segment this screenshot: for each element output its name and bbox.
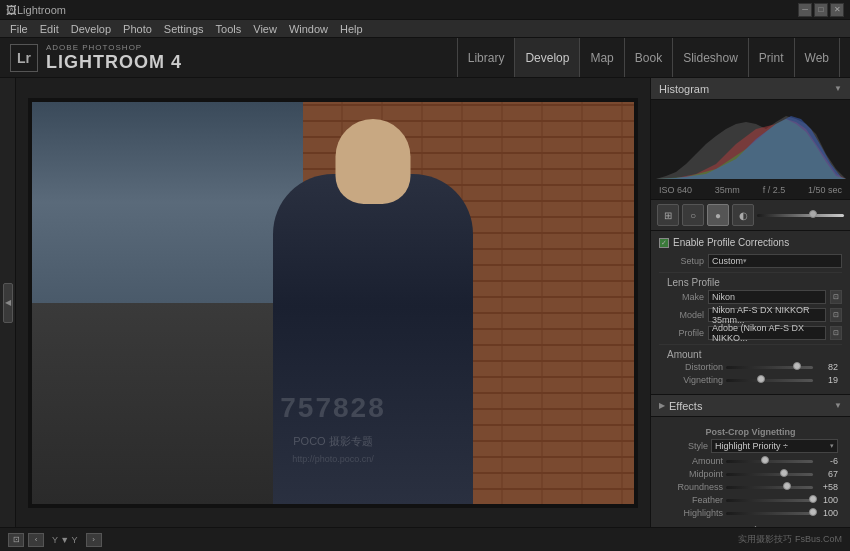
make-label: Make	[659, 292, 704, 302]
enable-profile-checkbox[interactable]: ✓	[659, 238, 669, 248]
amount-slider-row: Amount -6	[659, 456, 842, 466]
bottom-bar: ⊡ ‹ Y ▼ Y › 实用摄影技巧 FsBus.CoM	[0, 527, 850, 551]
menu-settings[interactable]: Settings	[158, 20, 210, 37]
effects-content: Post-Crop Vignetting Style Highlight Pri…	[651, 417, 850, 527]
tab-print[interactable]: Print	[749, 38, 795, 77]
amount-slider[interactable]	[726, 460, 813, 463]
left-panel-toggle[interactable]: ◀	[3, 283, 13, 323]
photo-frame: 757828 POCO 摄影专题 http://photo.poco.cn/	[28, 98, 638, 508]
tool-row: ⊞ ○ ● ◐	[651, 200, 850, 231]
effects-label: Effects	[669, 400, 702, 412]
model-value[interactable]: Nikon AF-S DX NIKKOR 35mm...	[708, 308, 826, 322]
minimize-button[interactable]: ─	[798, 3, 812, 17]
make-value[interactable]: Nikon	[708, 290, 826, 304]
watermark-url: http://photo.poco.cn/	[292, 454, 374, 464]
histogram-canvas	[656, 104, 846, 179]
highlights-label: Highlights	[663, 508, 723, 518]
roundness-value: +58	[816, 482, 838, 492]
lens-correction-content: ✓ Enable Profile Corrections Setup Custo…	[651, 231, 850, 394]
midpoint-label: Midpoint	[663, 469, 723, 479]
menu-window[interactable]: Window	[283, 20, 334, 37]
distortion-slider[interactable]	[726, 366, 813, 369]
highlights-slider-row: Highlights 100	[659, 508, 842, 518]
highlights-slider[interactable]	[726, 512, 813, 515]
style-dropdown[interactable]: Highlight Priority ÷ ▾	[711, 439, 838, 453]
vignetting-slider[interactable]	[726, 379, 813, 382]
setup-value[interactable]: Custom ▾	[708, 254, 842, 268]
menu-tools[interactable]: Tools	[210, 20, 248, 37]
menu-develop[interactable]: Develop	[65, 20, 117, 37]
frame-icon[interactable]: ⊡	[8, 533, 24, 547]
amount-label: Amount	[663, 456, 723, 466]
setup-dropdown-icon: ▾	[743, 257, 747, 265]
tab-library[interactable]: Library	[457, 38, 516, 77]
effects-section: ▶ Effects ▼ Post-Crop Vignetting Style H…	[651, 395, 850, 527]
make-row: Make Nikon ⊡	[659, 290, 842, 304]
close-button[interactable]: ✕	[830, 3, 844, 17]
tool-slider[interactable]	[757, 214, 844, 217]
tool-redeye[interactable]: ●	[707, 204, 729, 226]
bottom-right: 实用摄影技巧 FsBus.CoM	[738, 533, 842, 546]
titlebar-title: Lightroom	[17, 4, 66, 16]
midpoint-slider[interactable]	[726, 473, 813, 476]
profile-value[interactable]: Adobe (Nikon AF-S DX NIKKO...	[708, 326, 826, 340]
distortion-label: Distortion	[663, 362, 723, 372]
shutter-value: 1/50 sec	[808, 185, 842, 195]
tool-crop[interactable]: ⊞	[657, 204, 679, 226]
model-row: Model Nikon AF-S DX NIKKOR 35mm... ⊡	[659, 308, 842, 322]
photo-area: 757828 POCO 摄影专题 http://photo.poco.cn/	[16, 78, 650, 527]
tab-slideshow[interactable]: Slideshow	[673, 38, 749, 77]
effects-header[interactable]: ▶ Effects ▼	[651, 395, 850, 417]
histogram-arrow-icon: ▼	[834, 84, 842, 93]
tool-brush[interactable]: ◐	[732, 204, 754, 226]
histogram-header[interactable]: Histogram ▼	[651, 78, 850, 100]
profile-row: Profile Adobe (Nikon AF-S DX NIKKO... ⊡	[659, 326, 842, 340]
vignetting-thumb	[757, 375, 765, 383]
roundness-slider-row: Roundness +58	[659, 482, 842, 492]
amount-thumb	[761, 456, 769, 464]
titlebar-controls: ─ □ ✕	[798, 3, 844, 17]
app-title: ADOBE PHOTOSHOP LIGHTROOM 4	[46, 43, 182, 73]
enable-profile-label: Enable Profile Corrections	[673, 237, 789, 248]
profile-reset-button[interactable]: ⊡	[830, 326, 842, 340]
tool-spot[interactable]: ○	[682, 204, 704, 226]
titlebar-icon: 🖼	[6, 4, 17, 16]
style-row: Style Highlight Priority ÷ ▾	[659, 439, 842, 456]
amount-subheader: Amount	[659, 344, 842, 362]
next-photo-button[interactable]: ›	[86, 533, 102, 547]
main-content: ◀ 757828 POCO 摄影专题 http://photo.poco.cn/	[0, 78, 850, 527]
menu-file[interactable]: File	[4, 20, 34, 37]
profile-label: Profile	[659, 328, 704, 338]
highlights-value: 100	[816, 508, 838, 518]
maximize-button[interactable]: □	[814, 3, 828, 17]
footer-label: 实用摄影技巧 FsBus.CoM	[738, 533, 842, 546]
menu-edit[interactable]: Edit	[34, 20, 65, 37]
iso-value: ISO 640	[659, 185, 692, 195]
prev-photo-button[interactable]: ‹	[28, 533, 44, 547]
menu-photo[interactable]: Photo	[117, 20, 158, 37]
titlebar: 🖼 Lightroom ─ □ ✕	[0, 0, 850, 20]
histogram-info: ISO 640 35mm f / 2.5 1/50 sec	[651, 183, 850, 199]
roundness-slider[interactable]	[726, 486, 813, 489]
style-dropdown-icon: ▾	[830, 442, 834, 450]
roundness-label: Roundness	[663, 482, 723, 492]
model-reset-button[interactable]: ⊡	[830, 308, 842, 322]
midpoint-slider-row: Midpoint 67	[659, 469, 842, 479]
tab-book[interactable]: Book	[625, 38, 673, 77]
feather-slider[interactable]	[726, 499, 813, 502]
make-reset-button[interactable]: ⊡	[830, 290, 842, 304]
watermark-text: 757828	[280, 392, 385, 424]
tab-map[interactable]: Map	[580, 38, 624, 77]
effects-header-left: ▶ Effects	[659, 400, 702, 412]
distortion-thumb	[793, 362, 801, 370]
bottom-left: ⊡ ‹ Y ▼ Y ›	[8, 533, 102, 547]
highlights-thumb	[809, 508, 817, 516]
tab-web[interactable]: Web	[795, 38, 840, 77]
right-panel: Histogram ▼ ISO 640 35mm f / 2.5	[650, 78, 850, 527]
setup-row: Setup Custom ▾	[659, 254, 842, 268]
menu-help[interactable]: Help	[334, 20, 369, 37]
menu-view[interactable]: View	[247, 20, 283, 37]
menubar: File Edit Develop Photo Settings Tools V…	[0, 20, 850, 38]
model-label: Model	[659, 310, 704, 320]
tab-develop[interactable]: Develop	[515, 38, 580, 77]
